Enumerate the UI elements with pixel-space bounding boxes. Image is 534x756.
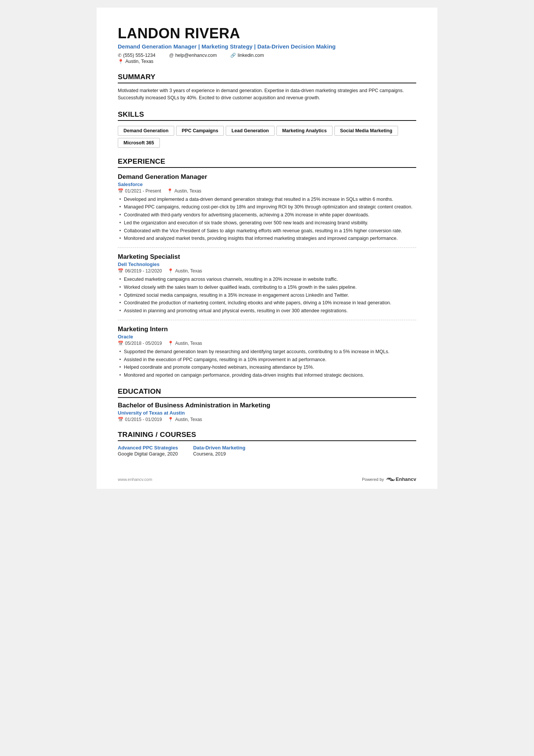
enhancv-logo: Enhancv — [386, 476, 416, 482]
link-icon: 🔗 — [230, 53, 236, 58]
edu-school: University of Texas at Austin — [118, 410, 416, 416]
exp-bullet: Monitored and reported on campaign perfo… — [118, 372, 416, 379]
exp-location: 📍 Austin, Texas — [167, 188, 201, 194]
experience-section: EXPERIENCE Demand Generation ManagerSale… — [118, 157, 416, 379]
pin-icon: 📍 — [167, 188, 173, 194]
training-item: Advanced PPC Strategies Google Digital G… — [118, 445, 178, 457]
footer-brand: Powered by Enhancv — [362, 476, 416, 482]
enhancv-logo-svg — [386, 477, 395, 482]
course-name: Data-Driven Marketing — [193, 445, 245, 451]
skill-item: Social Media Marketing — [334, 126, 398, 136]
contact-email: @ help@enhancv.com — [169, 53, 217, 58]
exp-bullet: Supported the demand generation team by … — [118, 348, 416, 355]
summary-section: SUMMARY Motivated marketer with 3 years … — [118, 73, 416, 102]
calendar-icon: 📅 — [118, 341, 123, 346]
exp-job-title: Demand Generation Manager — [118, 173, 416, 181]
exp-bullets: Developed and implemented a data-driven … — [118, 196, 416, 243]
experience-job: Marketing SpecialistDell Technologies 📅 … — [118, 253, 416, 315]
exp-company: Dell Technologies — [118, 261, 416, 267]
calendar-icon: 📅 — [118, 417, 123, 422]
contact-phone: ✆ (555) 555-1234 — [118, 53, 155, 58]
calendar-icon: 📅 — [118, 268, 123, 274]
exp-bullet: Executed marketing campaigns across vari… — [118, 276, 416, 283]
pin-icon: 📍 — [168, 341, 173, 346]
experience-job: Marketing InternOracle 📅 05/2018 - 05/20… — [118, 326, 416, 379]
exp-bullets: Supported the demand generation team by … — [118, 348, 416, 379]
location-icon: 📍 — [118, 59, 124, 64]
exp-meta: 📅 01/2021 - Present 📍 Austin, Texas — [118, 188, 416, 194]
footer-website: www.enhancv.com — [118, 477, 152, 482]
header: LANDON RIVERA Demand Generation Manager … — [118, 26, 416, 64]
candidate-name: LANDON RIVERA — [118, 26, 416, 42]
education-section: EDUCATION Bachelor of Business Administr… — [118, 387, 416, 422]
skill-item: Demand Generation — [118, 126, 174, 136]
course-meta: Coursera, 2019 — [193, 451, 245, 457]
exp-bullet: Developed and implemented a data-driven … — [118, 196, 416, 203]
exp-bullet: Worked closely with the sales team to de… — [118, 284, 416, 291]
edu-degree: Bachelor of Business Administration in M… — [118, 402, 416, 409]
candidate-title: Demand Generation Manager | Marketing St… — [118, 43, 416, 50]
exp-bullet: Managed PPC campaigns, reducing cost-per… — [118, 203, 416, 211]
exp-date: 📅 01/2021 - Present — [118, 188, 161, 194]
skill-item: Marketing Analytics — [276, 126, 333, 136]
summary-text: Motivated marketer with 3 years of exper… — [118, 87, 416, 102]
exp-bullet: Assisted in the execution of PPC campaig… — [118, 356, 416, 363]
exp-location: 📍 Austin, Texas — [168, 268, 202, 274]
exp-bullet: Monitored and analyzed market trends, pr… — [118, 235, 416, 242]
training-heading: TRAINING / COURSES — [118, 430, 416, 441]
edu-date-item: 📅 01/2015 - 01/2019 — [118, 417, 162, 422]
calendar-icon: 📅 — [118, 188, 123, 194]
course-meta: Google Digital Garage, 2020 — [118, 451, 178, 457]
exp-job-title: Marketing Specialist — [118, 253, 416, 261]
training-grid: Advanced PPC Strategies Google Digital G… — [118, 445, 416, 457]
experience-job: Demand Generation ManagerSalesforce 📅 01… — [118, 173, 416, 243]
exp-bullet: Coordinated with third-party vendors for… — [118, 211, 416, 219]
pin-icon: 📍 — [168, 417, 173, 422]
phone-icon: ✆ — [118, 53, 122, 58]
training-section: TRAINING / COURSES Advanced PPC Strategi… — [118, 430, 416, 457]
exp-company: Salesforce — [118, 182, 416, 187]
exp-bullet: Led the organization and execution of si… — [118, 219, 416, 227]
email-icon: @ — [169, 53, 173, 58]
skill-item: Microsoft 365 — [118, 138, 160, 148]
exp-date: 📅 06/2019 - 12/2020 — [118, 268, 162, 274]
skill-item: Lead Generation — [226, 126, 275, 136]
course-name: Advanced PPC Strategies — [118, 445, 178, 451]
exp-bullet: Assisted in planning and promoting virtu… — [118, 307, 416, 315]
skills-section: SKILLS Demand GenerationPPC CampaignsLea… — [118, 110, 416, 149]
exp-company: Oracle — [118, 334, 416, 340]
training-item: Data-Driven Marketing Coursera, 2019 — [193, 445, 245, 457]
exp-date: 📅 05/2018 - 05/2019 — [118, 341, 162, 346]
exp-bullet: Optimized social media campaigns, result… — [118, 292, 416, 299]
exp-bullet: Coordinated the production of marketing … — [118, 299, 416, 307]
exp-location: 📍 Austin, Texas — [168, 341, 202, 346]
skill-item: PPC Campaigns — [176, 126, 224, 136]
exp-bullet: Helped coordinate and promote company-ho… — [118, 364, 416, 371]
exp-meta: 📅 06/2019 - 12/2020 📍 Austin, Texas — [118, 268, 416, 274]
skills-heading: SKILLS — [118, 110, 416, 121]
experience-container: Demand Generation ManagerSalesforce 📅 01… — [118, 173, 416, 379]
contact-linkedin: 🔗 linkedin.com — [230, 53, 264, 58]
resume-page: LANDON RIVERA Demand Generation Manager … — [97, 8, 437, 489]
exp-job-title: Marketing Intern — [118, 326, 416, 333]
exp-bullets: Executed marketing campaigns across vari… — [118, 276, 416, 315]
contact-location: 📍 Austin, Texas — [118, 59, 416, 64]
edu-meta: 📅 01/2015 - 01/2019 📍 Austin, Texas — [118, 417, 416, 422]
skills-grid: Demand GenerationPPC CampaignsLead Gener… — [118, 125, 416, 149]
exp-meta: 📅 05/2018 - 05/2019 📍 Austin, Texas — [118, 341, 416, 346]
contact-row: ✆ (555) 555-1234 @ help@enhancv.com 🔗 li… — [118, 53, 416, 58]
edu-location-item: 📍 Austin, Texas — [168, 417, 202, 422]
summary-heading: SUMMARY — [118, 73, 416, 83]
education-heading: EDUCATION — [118, 387, 416, 398]
exp-bullet: Collaborated with the Vice President of … — [118, 227, 416, 235]
footer: www.enhancv.com Powered by Enhancv — [118, 476, 416, 482]
pin-icon: 📍 — [168, 268, 173, 274]
experience-heading: EXPERIENCE — [118, 157, 416, 168]
